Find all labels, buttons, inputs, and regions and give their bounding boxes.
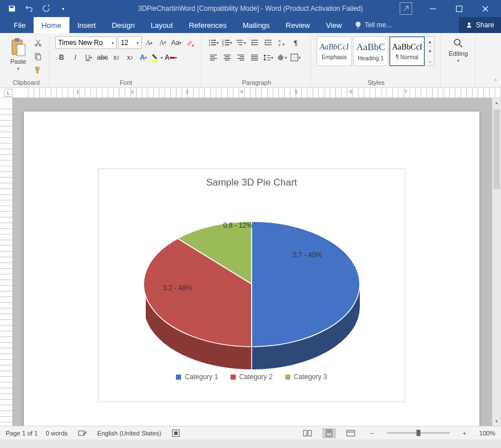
tab-references[interactable]: References [181, 17, 235, 33]
print-layout-icon[interactable] [322, 428, 336, 438]
undo-icon[interactable] [23, 2, 35, 15]
styles-up-icon: ▴ [426, 37, 434, 47]
zoom-out-icon[interactable]: − [366, 428, 379, 438]
align-center-icon[interactable] [221, 51, 233, 64]
decrease-font-icon[interactable]: A▾ [157, 36, 169, 49]
tell-me-search[interactable]: Tell me... [354, 17, 392, 33]
svg-rect-28 [251, 44, 258, 45]
tab-insert[interactable]: Insert [69, 17, 104, 33]
borders-icon[interactable]: ▾ [289, 51, 302, 64]
tab-review[interactable]: Review [278, 17, 318, 33]
group-font: Times New Ro▾ 12▾ A▴ A▾ Aa▾ B I U▾ abc x… [51, 35, 202, 87]
strikethrough-icon[interactable]: abc [96, 51, 109, 64]
tab-view[interactable]: View [318, 17, 350, 33]
find-icon [453, 38, 464, 49]
subscript-icon[interactable]: x2 [110, 51, 122, 64]
document-area: Sample 3D Pie Chart [0, 98, 501, 426]
decrease-indent-icon[interactable] [248, 36, 261, 49]
numbering-icon[interactable]: 123▾ [221, 36, 233, 49]
clear-formatting-icon[interactable] [184, 36, 196, 49]
ribbon-display-options-icon[interactable] [400, 2, 412, 15]
change-case-icon[interactable]: Aa▾ [170, 36, 183, 49]
multilevel-list-icon[interactable]: ▾ [235, 36, 247, 49]
styles-gallery[interactable]: AaBbCcIEmphasis AaBbCHeading 1 AaBbCcI¶ … [317, 36, 435, 66]
show-marks-icon[interactable]: ¶ [289, 36, 302, 49]
svg-rect-22 [225, 44, 229, 46]
font-size-input[interactable]: 12▾ [118, 36, 142, 49]
scrollbar-thumb[interactable] [494, 109, 500, 189]
tab-selector-icon[interactable]: L [5, 89, 13, 97]
increase-font-icon[interactable]: A▴ [143, 36, 155, 49]
svg-rect-1 [456, 6, 462, 11]
style-heading1[interactable]: AaBbCHeading 1 [353, 36, 388, 66]
tab-layout[interactable]: Layout [143, 17, 181, 33]
share-button[interactable]: Share [459, 17, 501, 33]
svg-rect-37 [210, 60, 215, 60]
document-scroll[interactable]: Sample 3D Pie Chart [13, 98, 501, 426]
status-page[interactable]: Page 1 of 1 [6, 430, 38, 437]
zoom-level[interactable]: 100% [479, 430, 495, 437]
save-icon[interactable] [6, 2, 18, 15]
svg-rect-42 [237, 55, 244, 55]
cut-icon[interactable] [32, 36, 44, 49]
tab-file[interactable]: File [6, 17, 34, 33]
svg-rect-34 [210, 55, 217, 55]
qat-customize-icon[interactable]: ▾ [57, 2, 69, 15]
data-label-cat2: 3.2 - 48% [163, 284, 192, 292]
editing-button[interactable]: Editing ▾ [446, 36, 470, 64]
text-effects-icon[interactable]: A▾ [137, 51, 150, 64]
zoom-slider[interactable] [387, 432, 450, 434]
justify-icon[interactable] [248, 51, 261, 64]
svg-rect-51 [267, 57, 270, 58]
line-spacing-icon[interactable]: ▾ [262, 51, 274, 64]
increase-indent-icon[interactable] [262, 36, 274, 49]
underline-icon[interactable]: U▾ [83, 51, 95, 64]
status-language[interactable]: English (United States) [97, 430, 162, 437]
macro-record-icon[interactable] [169, 428, 183, 438]
sort-icon[interactable]: AZ [276, 36, 288, 49]
format-painter-icon[interactable] [32, 64, 44, 76]
svg-rect-46 [251, 55, 258, 55]
scroll-down-icon[interactable]: ▾ [492, 417, 501, 426]
svg-rect-63 [327, 431, 331, 431]
zoom-in-icon[interactable]: + [458, 428, 471, 438]
bullets-icon[interactable]: ▾ [207, 36, 220, 49]
italic-icon[interactable]: I [69, 51, 81, 64]
vertical-scrollbar[interactable]: ▴ ▾ [492, 98, 501, 426]
tab-home[interactable]: Home [34, 17, 69, 33]
ruler-vertical[interactable] [0, 98, 13, 426]
align-left-icon[interactable] [207, 51, 220, 64]
redo-icon[interactable] [40, 2, 52, 15]
paste-button[interactable]: Paste ▾ [8, 36, 28, 72]
font-color-icon[interactable]: A▾ [165, 51, 177, 64]
tab-design[interactable]: Design [104, 17, 142, 33]
tab-mailings[interactable]: Mailings [235, 17, 278, 33]
svg-rect-26 [251, 40, 258, 40]
spellcheck-icon[interactable] [76, 428, 89, 438]
zoom-slider-thumb[interactable] [416, 430, 420, 436]
svg-rect-18 [225, 40, 229, 41]
chart-object[interactable]: Sample 3D Pie Chart [98, 168, 405, 402]
scroll-up-icon[interactable]: ▴ [492, 98, 501, 107]
minimize-icon[interactable] [421, 0, 444, 17]
close-icon[interactable] [474, 0, 496, 17]
collapse-ribbon-icon[interactable]: ˄ [494, 79, 498, 86]
style-normal[interactable]: AaBbCcI¶ Normal [389, 36, 425, 66]
align-right-icon[interactable] [235, 51, 247, 64]
read-mode-icon[interactable] [301, 428, 314, 438]
maximize-icon[interactable] [447, 0, 470, 17]
style-emphasis[interactable]: AaBbCcIEmphasis [317, 36, 352, 66]
ribbon: Paste ▾ Clipboard Times New Ro▾ 12▾ A▴ A… [0, 33, 501, 88]
styles-scroll[interactable]: ▴▾⌄ [426, 36, 435, 66]
ruler-horizontal[interactable]: L 1 2 3 4 5 6 7 [0, 88, 501, 98]
group-editing: Editing ▾ [442, 35, 475, 87]
web-layout-icon[interactable] [344, 428, 358, 438]
bold-icon[interactable]: B [55, 51, 68, 64]
shading-icon[interactable]: ▾ [276, 51, 288, 64]
svg-rect-39 [225, 56, 229, 57]
highlight-icon[interactable]: ▾ [151, 51, 163, 64]
superscript-icon[interactable]: x2 [124, 51, 136, 64]
font-name-input[interactable]: Times New Ro▾ [55, 36, 117, 49]
copy-icon[interactable] [32, 50, 44, 63]
status-words[interactable]: 0 words [46, 430, 68, 437]
